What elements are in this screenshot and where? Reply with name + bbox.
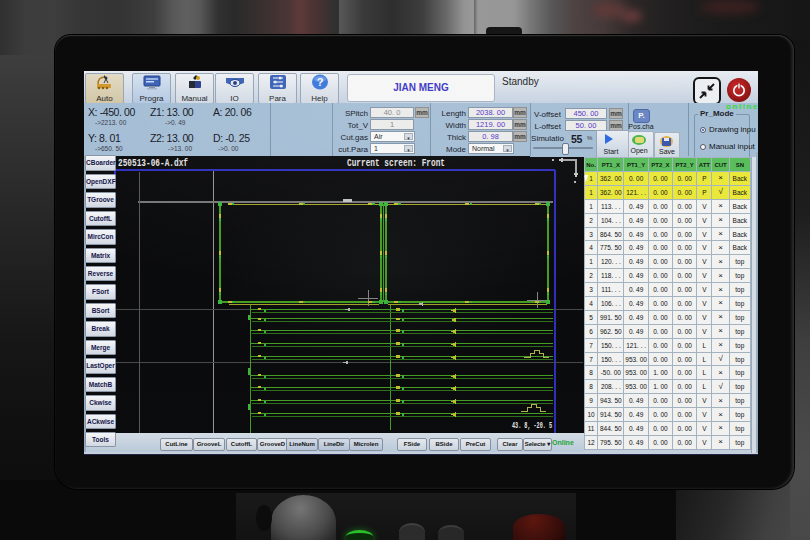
svg-text:250513-06-A.dxf: 250513-06-A.dxf <box>118 157 188 169</box>
svg-text:?: ? <box>316 76 323 88</box>
svg-text:Current screen: Front: Current screen: Front <box>347 157 445 169</box>
svg-text:43. 8, -20. 5: 43. 8, -20. 5 <box>512 421 552 431</box>
